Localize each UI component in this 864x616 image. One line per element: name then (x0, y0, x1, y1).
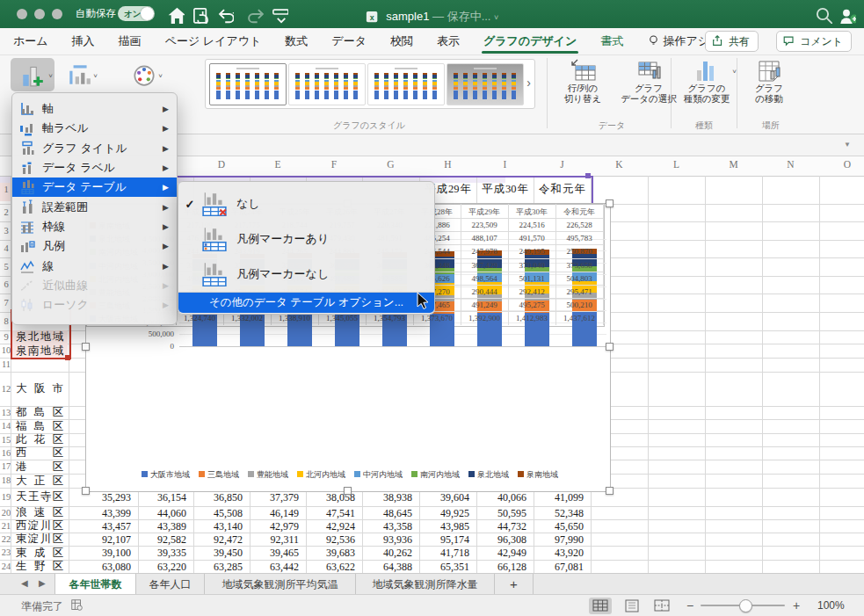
cell-E22[interactable]: 92,311 (251, 533, 299, 547)
ribbon-button-quick-layout[interactable]: ˅ (59, 58, 99, 91)
data-table-value[interactable]: 1,338,910 (271, 314, 318, 322)
cell-C20[interactable]: 44,060 (140, 507, 186, 520)
chart-selection-handle[interactable] (606, 487, 614, 495)
cell-C24[interactable]: 63,220 (140, 561, 186, 574)
data-table-value[interactable]: 495,783 (555, 234, 603, 243)
cell-A18[interactable]: 大正区 (11, 474, 68, 488)
cell-F21[interactable]: 42,924 (308, 520, 355, 533)
cell-D24[interactable]: 63,285 (195, 561, 243, 574)
zoom-in-button[interactable]: + (793, 598, 800, 612)
cell-E24[interactable]: 63,442 (251, 561, 299, 574)
menu-item-軸ラベル[interactable]: 軸ラベル▶ (12, 119, 177, 138)
cell-H24[interactable]: 65,351 (421, 561, 469, 574)
cell-E19[interactable]: 37,379 (251, 491, 299, 504)
menu-item-軸[interactable]: 軸▶ (12, 99, 177, 119)
column-header-N[interactable]: N (762, 159, 819, 170)
legend-item-泉南地域[interactable]: 泉南地域 (518, 469, 558, 481)
row-header-11[interactable]: 11 (0, 359, 15, 369)
data-table-value[interactable]: 1,392,900 (461, 314, 508, 322)
data-table-value[interactable]: 500,210 (555, 301, 603, 309)
cell-F23[interactable]: 39,683 (308, 547, 355, 560)
ribbon-tab-表示[interactable]: 表示 (437, 28, 460, 54)
data-table-value[interactable]: 224,516 (508, 221, 555, 229)
sheet-nav-left-icon[interactable]: ◀ (21, 578, 28, 588)
column-header-O[interactable]: O (819, 159, 864, 170)
cell-B24[interactable]: 63,080 (70, 561, 131, 574)
data-table-value[interactable]: 504,803 (555, 274, 603, 283)
cell-I21[interactable]: 44,732 (478, 520, 526, 533)
menu-item-データ ラベル[interactable]: データ ラベル▶ (12, 158, 177, 178)
column-header-M[interactable]: M (705, 159, 762, 170)
data-table-value[interactable]: 373,658 (555, 261, 603, 270)
menu-item-more-data-table-options[interactable]: その他のデータ テーブル オプション... (178, 293, 434, 313)
data-table-value[interactable]: 370,040 (508, 261, 555, 270)
data-table-value[interactable]: 226,528 (555, 221, 603, 229)
sheet-nav-right-icon[interactable]: ▶ (39, 578, 46, 588)
search-icon[interactable] (813, 4, 832, 24)
chart-style-thumbnail-4[interactable] (447, 63, 524, 105)
ribbon-button-グラフの移動[interactable]: グラフの移動 (744, 58, 795, 104)
cell-J23[interactable]: 43,920 (535, 547, 584, 560)
range-handle-purple[interactable] (585, 173, 591, 178)
data-table-value[interactable]: 292,412 (508, 287, 555, 296)
cell-E20[interactable]: 46,149 (251, 507, 299, 520)
column-header-E[interactable]: E (250, 159, 306, 170)
gallery-scroll-right-icon[interactable]: › (526, 76, 531, 90)
submenu-item-凡例マーカーなし[interactable]: 凡例マーカーなし (178, 257, 434, 291)
cell-D19[interactable]: 36,850 (195, 491, 243, 504)
legend-item-大阪市地域[interactable]: 大阪市地域 (142, 469, 190, 481)
cell-D20[interactable]: 45,508 (195, 507, 243, 520)
cell-A12[interactable]: 大阪市 (11, 372, 68, 406)
column-header-G[interactable]: G (362, 159, 419, 170)
submenu-item-なし[interactable]: ✓なし (178, 187, 434, 221)
cell-F22[interactable]: 92,536 (308, 533, 355, 547)
chart-selection-handle[interactable] (606, 199, 614, 207)
cell-A23[interactable]: 東成区 (11, 546, 68, 560)
cell-D22[interactable]: 92,472 (195, 533, 243, 547)
range-fill-handle[interactable] (65, 355, 70, 360)
cell-G19[interactable]: 38,938 (364, 491, 412, 504)
column-header-K[interactable]: K (591, 159, 648, 170)
cell-B23[interactable]: 39,100 (70, 547, 131, 560)
zoom-level[interactable]: 100% (817, 599, 845, 612)
cell-E23[interactable]: 39,465 (251, 547, 299, 560)
ribbon-button-グラフデータの選択[interactable]: グラフデータの選択 (617, 58, 680, 104)
chart-style-thumbnail-3[interactable] (367, 63, 445, 105)
legend-item-北河内地域[interactable]: 北河内地域 (297, 469, 345, 481)
ribbon-button-グラフの種類の変更[interactable]: ˅グラフの種類の変更 (679, 58, 735, 104)
ribbon-button-add-chart-element[interactable]: ˅ (11, 58, 54, 91)
cell-I19[interactable]: 40,066 (478, 491, 526, 504)
data-table-value[interactable]: 1,373,670 (413, 314, 461, 322)
data-table-value[interactable]: 1,345,055 (318, 314, 366, 322)
cell-H20[interactable]: 49,925 (421, 507, 469, 520)
data-table-value[interactable]: 1,412,983 (508, 314, 555, 322)
column-header-J[interactable]: J (534, 159, 591, 170)
cell-I24[interactable]: 66,128 (478, 561, 526, 574)
cell-A17[interactable]: 港区 (11, 460, 68, 474)
ribbon-button-行/列の切り替え[interactable]: 行/列の切り替え (555, 58, 610, 104)
cell-D23[interactable]: 39,450 (195, 547, 243, 560)
column-header-L[interactable]: L (648, 159, 705, 170)
cell-G23[interactable]: 40,262 (364, 547, 412, 560)
cell-G20[interactable]: 48,645 (364, 507, 412, 520)
data-table-value[interactable]: 249,195 (508, 247, 555, 256)
data-table-value[interactable]: 498,564 (461, 274, 508, 283)
menu-item-線[interactable]: 線▶ (12, 256, 177, 275)
cell-J21[interactable]: 45,650 (535, 520, 584, 533)
submenu-item-凡例マーカーあり[interactable]: 凡例マーカーあり (178, 222, 434, 256)
ribbon-tab-描画[interactable]: 描画 (119, 28, 142, 54)
sheet-tab-地域気象観測所降水量[interactable]: 地域気象観測所降水量 (356, 574, 495, 595)
sheet-tab-各年人口[interactable]: 各年人口 (136, 574, 205, 595)
cell-J20[interactable]: 52,348 (535, 507, 584, 520)
cell-G24[interactable]: 64,388 (364, 561, 412, 574)
zoom-slider-knob[interactable] (739, 599, 752, 612)
cell-A19[interactable]: 天王寺区 (11, 488, 68, 506)
menu-item-誤差範囲[interactable]: 誤差範囲▶ (12, 197, 177, 216)
cell-I20[interactable]: 50,595 (478, 507, 526, 520)
cell-D21[interactable]: 43,140 (195, 520, 243, 533)
data-table-value[interactable]: 290,444 (461, 287, 508, 296)
zoom-out-button[interactable]: − (686, 598, 693, 612)
ribbon-tab-データ[interactable]: データ (331, 28, 367, 54)
column-header-F[interactable]: F (306, 159, 362, 170)
cell-A14[interactable]: 福島区 (11, 419, 68, 433)
